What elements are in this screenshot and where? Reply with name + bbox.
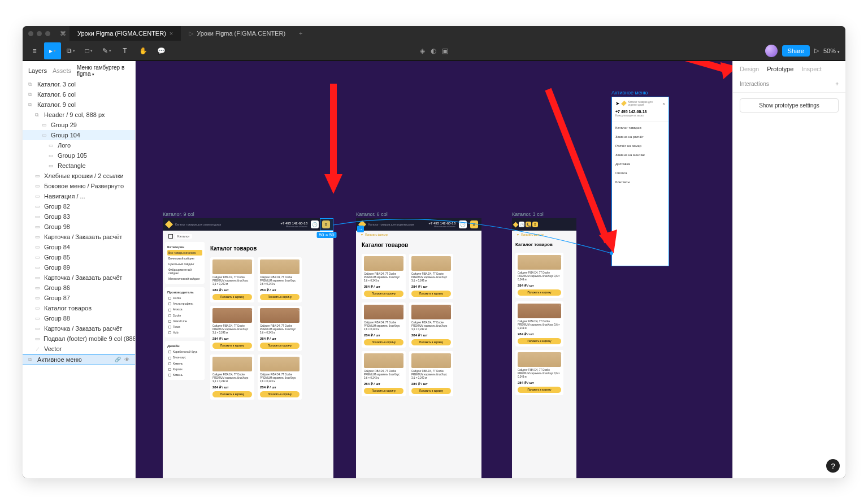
layer-row[interactable]: ▭Group 85 [23,252,135,262]
sidebar-item[interactable]: Виниловый сайдинг [167,256,202,261]
frame-label[interactable]: Каталог. 6 col [356,211,388,217]
heart-icon[interactable]: ♡ [297,308,300,311]
menu-button[interactable]: ≡ [26,42,43,59]
pen-tool[interactable]: ✎▾ [98,42,115,59]
frame-active-menu[interactable]: ➤ Каталог товаров для отделки дома × +7 … [611,97,669,266]
heart-icon[interactable]: ♡ [250,259,253,263]
sidebar-item[interactable]: Камень [167,361,202,366]
menu-item[interactable]: Каталог товаров [612,123,669,132]
file-tab-active[interactable]: Уроки Figma (FIGMA.CENTER) × [70,26,181,41]
product-card[interactable]: ♡Сайдинг FiBA D4, 7T Docke PREMIUM карам… [515,253,563,298]
frame-catalog-3col[interactable]: 🕑 📞 ≡ ▼Показать фильтр Каталог товаров ♡… [512,218,576,478]
help-button[interactable]: ? [826,459,840,473]
sidebar-item[interactable]: Корабельный брус [167,349,202,354]
frame-label[interactable]: Каталог. 9 col [163,211,194,217]
buy-button[interactable]: Положить в корзину [212,343,252,349]
layer-row[interactable]: ▭Подвал (footer) mobile 9 col (888 px) [23,334,135,344]
buy-button[interactable]: Положить в корзину [364,339,403,345]
layer-row[interactable]: ▭Group 88 [23,313,135,323]
frame-catalog-9col[interactable]: Каталог товаров для отделки дома +7 495 … [163,218,333,478]
interactions-row[interactable]: Interactions + [740,79,839,89]
buy-button[interactable]: Положить в корзину [212,294,252,300]
new-tab-button[interactable]: + [293,30,308,37]
buy-button[interactable]: Положить в корзину [364,388,403,394]
heart-icon[interactable]: ♡ [401,304,404,308]
layer-row[interactable]: ▭Group 84 [23,242,135,252]
heart-icon[interactable]: ♡ [401,256,404,259]
close-icon[interactable]: × [662,101,665,106]
layer-row[interactable]: ▭Group 86 [23,283,135,293]
sidebar-item[interactable]: Holz [167,330,202,335]
heart-icon[interactable]: ♡ [559,352,562,356]
layer-row[interactable]: ▭Каталог товаров [23,303,135,313]
hand-tool[interactable]: ✋ [134,42,151,59]
sidebar-item[interactable]: Grand Line [167,318,202,324]
move-tool[interactable]: ▸▾ [44,42,61,59]
frame-label[interactable]: Каталог. 3 col [512,211,544,217]
comment-tool[interactable]: 💬 [153,42,170,59]
product-card[interactable]: ♡Сайдинг FiBA D4, 7T Docke PREMIUM карам… [210,257,254,302]
inspect-tab[interactable]: Inspect [801,66,821,72]
product-card[interactable]: ♡Сайдинг FiBA D4, 7T Docke PREMIUM карам… [409,254,453,299]
product-card[interactable]: ♡Сайдинг FiBA D4, 7T Docke PREMIUM карам… [258,306,302,351]
product-card[interactable]: ♡Сайдинг FiBA D4, 7T Docke PREMIUM карам… [258,354,302,400]
link-icon[interactable]: 🔗 [115,357,121,362]
union-icon[interactable]: ▣ [442,47,448,55]
layer-row[interactable]: ▭Боковое меню / Развернуто [23,181,135,191]
prototype-tab[interactable]: Prototype [767,66,793,72]
buy-button[interactable]: Положить в корзину [364,291,403,297]
layer-row[interactable]: ⧉Header / 9 col, 888 px [23,110,135,120]
product-card[interactable]: ♡Сайдинг FiBA D4, 7T Docke PREMIUM карам… [362,302,406,348]
heart-icon[interactable]: ♡ [297,356,300,360]
heart-icon[interactable]: ♡ [401,353,404,357]
menu-item[interactable]: Замена на расчёт [612,132,669,141]
layer-row[interactable]: ▭Хлебные крошки / 2 ссылки [23,171,135,181]
layer-row[interactable]: ▭Group 89 [23,262,135,272]
heart-icon[interactable]: ♡ [559,303,562,307]
layer-row[interactable]: ▭Group 29 [23,120,135,130]
text-tool[interactable]: T [116,42,133,59]
product-card[interactable]: ♡Сайдинг FiBA D4, 7T Docke PREMIUM карам… [409,302,453,348]
product-card[interactable]: ♡Сайдинг FiBA D4, 7T Docke PREMIUM карам… [515,350,563,395]
canvas[interactable]: Каталог. 9 col Каталог товаров для отдел… [136,61,732,478]
layer-row[interactable]: ▭Rectangle [23,161,135,171]
layer-row[interactable]: ▭Group 98 [23,222,135,232]
layer-row[interactable]: ▭Group 82 [23,201,135,211]
product-card[interactable]: ♡Сайдинг FiBA D4, 7T Docke PREMIUM карам… [409,351,453,396]
close-icon[interactable]: × [170,30,173,37]
heart-icon[interactable]: ♡ [559,254,562,258]
buy-button[interactable]: Положить в корзину [260,391,300,397]
sidebar-item[interactable]: Цокольный сайдинг [167,261,202,267]
menu-item[interactable]: Контакты [612,178,669,187]
user-avatar[interactable] [765,45,778,57]
menu-item[interactable]: Замена на монтаж [612,150,669,159]
frame-catalog-6col[interactable]: Каталог товаров для отделки дома +7 495 … [356,218,481,478]
heart-icon[interactable]: ♡ [297,259,300,263]
heart-icon[interactable]: ♡ [250,308,253,311]
buy-button[interactable]: Положить в корзину [260,294,300,300]
layer-row[interactable]: ▭Group 87 [23,293,135,303]
layer-row[interactable]: ▭Group 104 [23,130,135,140]
layer-row[interactable]: ⧉Каталог. 3 col [23,79,135,89]
max-dot[interactable] [45,31,50,36]
layer-row[interactable]: ▭Group 83 [23,211,135,222]
burger-icon[interactable]: ≡ [470,220,478,228]
layer-row[interactable]: ⧉Каталог. 9 col [23,99,135,110]
layer-row[interactable]: ▭Навигация / ... [23,191,135,201]
sidebar-item[interactable]: Металлический сайдинг [167,276,202,282]
sidebar-item[interactable]: Аляска [167,306,202,312]
sidebar-item[interactable]: Tecos [167,324,202,330]
sidebar-item[interactable]: Фиброцементный сайдинг [167,267,202,276]
buy-button[interactable]: Положить в корзину [212,391,252,397]
sidebar-item[interactable]: Камень [167,372,202,378]
plus-icon[interactable]: + [835,81,839,87]
assets-tab[interactable]: Assets [53,67,71,74]
layers-tab[interactable]: Layers [28,67,47,74]
frame-tool[interactable]: ⧉▾ [62,42,79,59]
layer-row[interactable]: ⟋Vector [23,344,135,354]
sidebar-item[interactable]: Docke [167,313,202,318]
visibility-icon[interactable]: 👁 [124,357,129,362]
close-dot[interactable] [28,31,33,36]
layer-row[interactable]: ▭Group 105 [23,150,135,161]
product-card[interactable]: ♡Сайдинг FiBA D4, 7T Docke PREMIUM карам… [258,257,302,302]
